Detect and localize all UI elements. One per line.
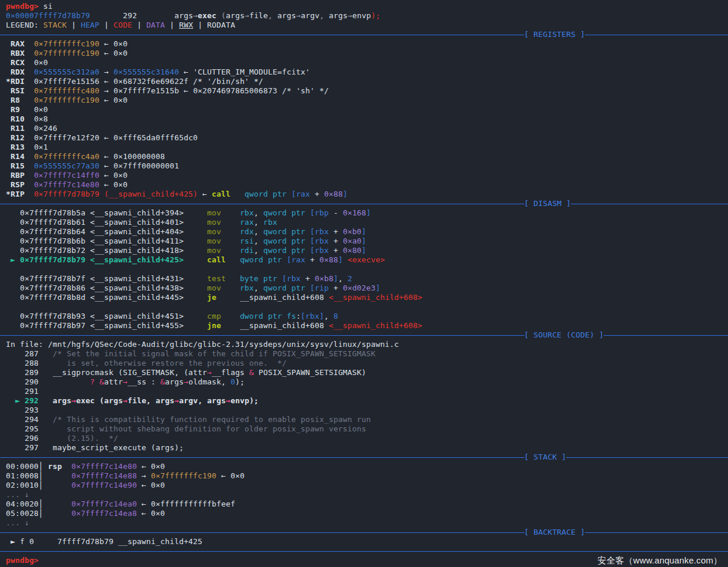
text-token: 0×7ffff7d78b5a <__spawni_child+394> [20,208,184,217]
text-token: __spawni_child+608 [240,321,329,330]
text-token: mov [207,218,221,227]
stack-row: 00:0000│ rsp 0×7ffff7c14e80 ← 0×0 [6,462,728,471]
text-token: 0×7ffff7d78b72 <__spawni_child+418> [20,246,184,255]
text-token: byte ptr [240,274,282,283]
text-token: [ [310,284,315,292]
text-token: rax [296,190,310,198]
text-token: 292 [123,11,137,20]
text-token: [ [310,208,315,217]
text-token [6,274,20,283]
disasm-panel: [ DISASM ] 0×7ffff7d78b5a <__spawni_chil… [6,199,728,330]
text-token: rbx [240,284,254,292]
text-token: args [277,11,296,20]
text-token: 295 [6,424,53,433]
text-token: 0×b0 [343,227,361,236]
text-token: 0×7ffff7c14ea8 [72,509,137,518]
text-token [6,321,20,330]
text-token: + [329,237,343,245]
text-token: ← [137,462,151,471]
text-token [221,312,240,320]
text-token: ← [179,86,193,95]
text-token: HEAP [81,21,100,29]
text-token [39,396,53,405]
panel-title: [ REGISTERS ] [524,30,585,39]
text-token: qword ptr [263,246,310,255]
text-token: exec [198,11,216,20]
text-token: rax [292,255,306,264]
text-token: attr [104,377,123,386]
text-token: qword ptr [263,227,310,236]
text-token: : [296,312,301,320]
text-token: ► [6,255,20,264]
text-token: 0×7fff00000001 [114,161,180,170]
text-token: → [72,396,76,405]
text-token [184,246,207,255]
text-token: 0×d02e3 [343,284,375,292]
source-row: 297 maybe_script_execute (args); [6,443,728,453]
text-token: *RIP [6,190,34,198]
text-token: <__spawni_child+608> [329,293,422,302]
text-token [221,284,240,292]
text-token: + [329,227,343,236]
text-token: rbx [287,274,301,283]
text-token: RSI [6,86,34,95]
text-token: ← [100,180,114,189]
register-row: R14 0×7fffffffc4a0 ← 0×100000008 [6,152,728,161]
text-token [95,377,100,386]
text-token: rbp [315,208,329,217]
text-token [184,321,207,330]
text-token: cmp [207,312,221,320]
text-token: dword ptr [240,312,287,320]
text-token: 0×68732f6e69622f [114,77,189,86]
text-token: + [306,255,320,264]
text-token: envp [353,11,371,20]
text-token: | [193,21,207,29]
text-token: ← [100,77,114,86]
text-token: 0 [231,377,235,386]
text-token [184,293,207,302]
text-token: args [174,11,193,20]
text-token: │ [39,509,72,518]
text-token: call [207,255,226,264]
text-token: STACK [43,21,67,29]
text-token: *RDI [6,77,34,86]
text-token: 0×00007ffff7d78b79 [6,11,90,20]
text-token: rdx [240,227,254,236]
text-token: rdi [240,246,254,255]
text-token: → [184,377,188,386]
text-token: 0×246 [34,124,57,133]
text-token: 01:0008 [6,471,39,480]
text-token: (2.15). */ [53,434,118,443]
text-token: /* Set the initial signal mask of the ch… [53,349,375,358]
text-token: 0×7fffffffc190 [34,49,100,58]
register-row: R9 0×0 [6,105,728,114]
text-token: R11 [6,124,34,133]
backtrace-panel: [ BACKTRACE ] ► f 0 7ffff7d78b79 __spawn… [6,528,728,546]
text-token: 0×7ffff7d78b79 (__spawni_child+425) [34,190,198,198]
text-token: [ [282,274,287,283]
text-token: , [338,274,347,283]
stack-ellipsis-row: ... ↓ [6,490,728,500]
text-token: 0×7ffff7c14e80 [72,462,137,471]
source-row: 287 /* Set the initial signal mask of th… [6,349,728,359]
text-token: → [137,471,151,480]
text-token: mov [207,284,221,292]
text-token: → [100,86,114,95]
text-token: ? [90,377,95,386]
text-token: R9 [6,105,34,114]
text-token: 0×555555c31640 [114,68,180,76]
text-token: __sigprocmask (SIG_SETMASK, (attr [53,368,207,377]
registers-panel: [ REGISTERS ] RAX 0×7fffffffc190 ← 0×0 R… [6,30,728,199]
source-row: 289 __sigprocmask (SIG_SETMASK, (attr→__… [6,368,728,377]
text-token: - [329,208,343,217]
text-token: 0×7ffff7d78b8d <__spawni_child+445> [20,293,184,302]
pwndbg-terminal[interactable]: pwndbg> si0×00007ffff7d78b79 292 args→ex… [0,0,728,565]
text-token: RBX [6,49,34,58]
stack-ellipsis-row: ... ↓ [6,518,728,528]
text-token: __spawni_child+608 [240,293,329,302]
source-row: 294 /* This is compatibility function re… [6,415,728,424]
text-token: ► [6,537,20,546]
text-token: → [193,11,198,20]
text-token: , [254,237,263,245]
text-token: 0×7ffff7d78b86 <__spawni_child+438> [20,284,184,292]
